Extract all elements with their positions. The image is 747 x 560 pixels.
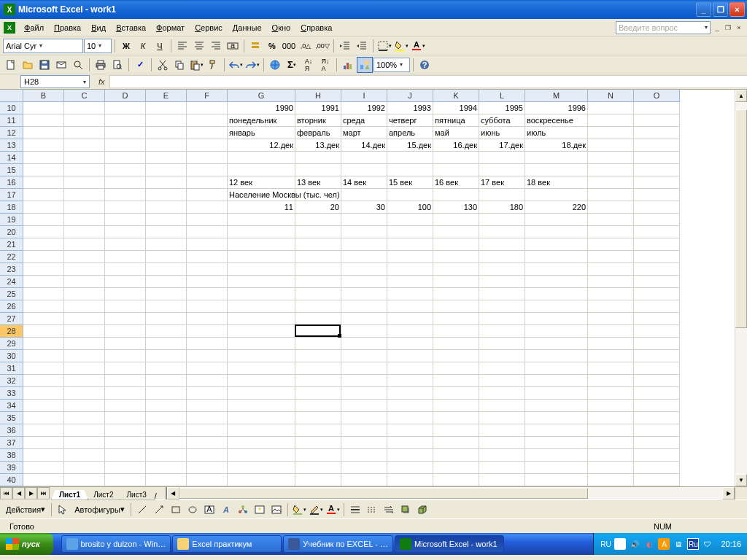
cell-M17[interactable]: [525, 189, 588, 201]
cell-B25[interactable]: [23, 288, 64, 300]
cell-D28[interactable]: [105, 325, 146, 338]
column-headers[interactable]: BCDEFGHIJKLMNO: [23, 90, 735, 102]
cell-D20[interactable]: [105, 226, 146, 238]
cell-F33[interactable]: [187, 387, 228, 400]
cell-J17[interactable]: [387, 189, 433, 201]
cell-K36[interactable]: [433, 424, 479, 437]
cell-O40[interactable]: [634, 474, 680, 486]
cell-J18[interactable]: 100: [387, 201, 433, 214]
cell-M18[interactable]: 220: [525, 201, 588, 214]
cell-C31[interactable]: [64, 362, 105, 375]
cell-G19[interactable]: [228, 214, 295, 226]
cell-J15[interactable]: [387, 164, 433, 176]
cell-E22[interactable]: [146, 251, 187, 263]
cell-I35[interactable]: [341, 412, 387, 424]
cell-J29[interactable]: [387, 338, 433, 350]
col-header-I[interactable]: I: [341, 90, 387, 102]
cell-D39[interactable]: [105, 462, 146, 474]
ask-question-box[interactable]: Введите вопрос: [616, 21, 711, 34]
textbox-button[interactable]: A: [201, 502, 217, 518]
taskbar-item[interactable]: brosito y dulzon - Win…: [61, 535, 171, 553]
cell-K38[interactable]: [433, 449, 479, 462]
cell-O36[interactable]: [634, 424, 680, 437]
cell-J11[interactable]: четверг: [387, 114, 433, 127]
row-header-10[interactable]: 10: [0, 102, 23, 114]
tab-prev-button[interactable]: ◀: [12, 487, 25, 499]
row-header-20[interactable]: 20: [0, 226, 23, 238]
cell-F24[interactable]: [187, 276, 228, 288]
cell-O22[interactable]: [634, 251, 680, 263]
tray-icon-2[interactable]: 🔊: [629, 538, 640, 550]
mdi-restore-button[interactable]: ❐: [723, 23, 733, 33]
cell-I16[interactable]: 14 век: [341, 176, 387, 189]
row-header-29[interactable]: 29: [0, 338, 23, 350]
cell-B34[interactable]: [23, 400, 64, 412]
cell-B23[interactable]: [23, 263, 64, 276]
help-button[interactable]: ?: [417, 57, 433, 73]
cell-B22[interactable]: [23, 251, 64, 263]
cell-C27[interactable]: [64, 313, 105, 325]
cell-B19[interactable]: [23, 214, 64, 226]
cell-F38[interactable]: [187, 449, 228, 462]
cell-O11[interactable]: [634, 114, 680, 127]
cell-G12[interactable]: январь: [228, 127, 295, 139]
chart-wizard-button[interactable]: [340, 57, 356, 73]
cell-J26[interactable]: [387, 300, 433, 313]
cell-K14[interactable]: [433, 152, 479, 164]
decrease-indent-button[interactable]: [337, 38, 353, 54]
cell-L39[interactable]: [479, 462, 525, 474]
cell-C24[interactable]: [64, 276, 105, 288]
increase-decimal-button[interactable]: ,0△: [298, 38, 314, 54]
minimize-button[interactable]: _: [696, 2, 711, 17]
cell-J10[interactable]: 1993: [387, 102, 433, 114]
cell-F37[interactable]: [187, 437, 228, 449]
cell-K25[interactable]: [433, 288, 479, 300]
cell-C14[interactable]: [64, 152, 105, 164]
cell-B30[interactable]: [23, 350, 64, 362]
cell-I22[interactable]: [341, 251, 387, 263]
cell-D11[interactable]: [105, 114, 146, 127]
cell-K22[interactable]: [433, 251, 479, 263]
cell-O10[interactable]: [634, 102, 680, 114]
cell-L27[interactable]: [479, 313, 525, 325]
cell-O15[interactable]: [634, 164, 680, 176]
cell-L34[interactable]: [479, 400, 525, 412]
search-button[interactable]: [70, 57, 86, 73]
increase-indent-button[interactable]: [354, 38, 370, 54]
row-header-23[interactable]: 23: [0, 263, 23, 276]
cell-M37[interactable]: [525, 437, 588, 449]
cell-K30[interactable]: [433, 350, 479, 362]
cell-I27[interactable]: [341, 313, 387, 325]
underline-button[interactable]: Ч: [152, 38, 168, 54]
cell-B33[interactable]: [23, 387, 64, 400]
cell-O20[interactable]: [634, 226, 680, 238]
cell-D24[interactable]: [105, 276, 146, 288]
cell-B28[interactable]: [23, 325, 64, 338]
print-preview-button[interactable]: [109, 57, 125, 73]
cell-L30[interactable]: [479, 350, 525, 362]
worksheet-grid[interactable]: BCDEFGHIJKLMNO 1011121314151617181920212…: [0, 90, 747, 486]
sort-desc-button[interactable]: Я↓А: [317, 57, 333, 73]
cell-H15[interactable]: [295, 164, 341, 176]
cell-H18[interactable]: 20: [295, 201, 341, 214]
cells-area[interactable]: 1990199119921993199419951996понедельникв…: [23, 102, 735, 486]
percent-button[interactable]: %: [264, 38, 280, 54]
col-header-G[interactable]: G: [228, 90, 295, 102]
row-header-13[interactable]: 13: [0, 139, 23, 152]
cell-B36[interactable]: [23, 424, 64, 437]
cell-L19[interactable]: [479, 214, 525, 226]
dash-style-button[interactable]: [364, 502, 380, 518]
cell-C30[interactable]: [64, 350, 105, 362]
redo-button[interactable]: ▾: [244, 57, 260, 73]
cell-D25[interactable]: [105, 288, 146, 300]
cell-M36[interactable]: [525, 424, 588, 437]
cell-L12[interactable]: июнь: [479, 127, 525, 139]
cell-M34[interactable]: [525, 400, 588, 412]
cell-D17[interactable]: [105, 189, 146, 201]
cell-B38[interactable]: [23, 449, 64, 462]
cell-G25[interactable]: [228, 288, 295, 300]
3d-button[interactable]: [414, 502, 430, 518]
cell-O27[interactable]: [634, 313, 680, 325]
cell-E32[interactable]: [146, 375, 187, 387]
select-objects-button[interactable]: [55, 502, 71, 518]
